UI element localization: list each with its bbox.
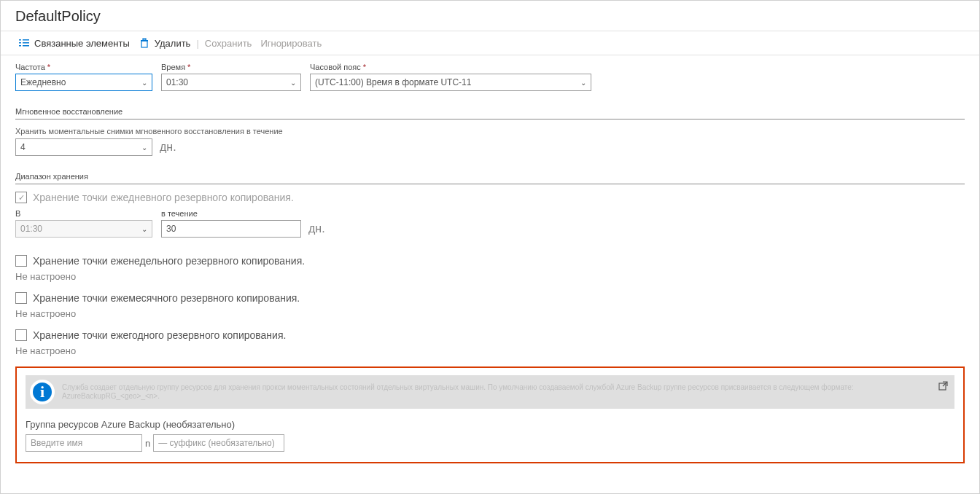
resource-group-suffix-input[interactable]: — суффикс (необязательно) [153, 434, 284, 452]
resource-group-label: Группа ресурсов Azure Backup (необязател… [26, 419, 954, 430]
related-items-button[interactable]: Связанные элементы [15, 36, 133, 50]
svg-rect-3 [23, 42, 29, 44]
info-text: Служба создает отдельную группу ресурсов… [62, 383, 947, 401]
weekly-status: Не настроено [15, 271, 965, 282]
save-label: Сохранить [205, 38, 252, 49]
trash-icon [139, 37, 150, 49]
weekly-retention-checkbox[interactable] [15, 255, 27, 267]
yearly-retention-checkbox-row[interactable]: Хранение точки ежегодного резервного коп… [15, 329, 965, 341]
info-icon: i [30, 380, 55, 404]
save-button[interactable]: Сохранить [202, 36, 255, 50]
chevron-down-icon: ⌄ [141, 225, 147, 233]
delete-button[interactable]: Удалить [136, 36, 194, 50]
yearly-retention-label: Хранение точки ежегодного резервного коп… [33, 329, 286, 341]
daily-retention-label: Хранение точки ежедневного резервного ко… [33, 192, 294, 203]
daily-for-field: в течение 30 дн. [161, 209, 325, 238]
frequency-field: Частота* Ежедневно ⌄ [15, 63, 152, 91]
frequency-label: Частота* [15, 63, 152, 71]
required-star: * [47, 63, 50, 71]
daily-for-label: в течение [161, 209, 325, 218]
yearly-status: Не настроено [15, 345, 965, 356]
time-field: Время* 01:30 ⌄ [161, 63, 301, 91]
time-label: Время* [161, 63, 301, 71]
monthly-retention-checkbox[interactable] [15, 292, 27, 304]
resource-group-row: Введите имя n — суффикс (необязательно) [26, 434, 954, 452]
list-icon [18, 37, 30, 49]
required-star: * [187, 63, 190, 71]
daily-retention-checkbox-row: ✓ Хранение точки ежедневного резервного … [15, 192, 965, 203]
instant-restore-days-row: 4 ⌄ дн. [15, 138, 965, 156]
weekly-retention-label: Хранение точки еженедельного резервного … [33, 255, 305, 267]
ignore-button[interactable]: Игнорировать [257, 36, 324, 50]
content: Частота* Ежедневно ⌄ Время* 01:30 ⌄ Часо… [1, 55, 979, 478]
rg-separator: n [145, 438, 150, 449]
monthly-retention-label: Хранение точки ежемесячного резервного к… [33, 292, 300, 304]
info-bar: i Служба создает отдельную группу ресурс… [26, 375, 954, 409]
divider [15, 184, 965, 184]
instant-restore-retain-label: Хранить моментальные снимки мгновенного … [15, 127, 965, 136]
svg-rect-8 [143, 39, 146, 40]
schedule-row: Частота* Ежедневно ⌄ Время* 01:30 ⌄ Часо… [15, 63, 965, 91]
svg-rect-2 [19, 42, 21, 44]
page-header: DefaultPolicy [1, 1, 979, 31]
instant-restore-section-label: Мгновенное восстановление [15, 107, 965, 119]
timezone-label: Часовой пояс* [310, 63, 591, 71]
daily-retention-fields: В 01:30 ⌄ в течение 30 дн. [15, 209, 965, 238]
daily-retention-checkbox: ✓ [15, 192, 27, 203]
required-star: * [363, 63, 366, 71]
daily-at-select: 01:30 ⌄ [15, 220, 152, 238]
instant-restore-days-select[interactable]: 4 ⌄ [15, 138, 152, 156]
svg-rect-1 [23, 39, 29, 41]
chevron-down-icon: ⌄ [290, 79, 296, 87]
time-select[interactable]: 01:30 ⌄ [161, 74, 301, 91]
related-items-label: Связанные элементы [34, 38, 130, 49]
weekly-retention-checkbox-row[interactable]: Хранение точки еженедельного резервного … [15, 255, 965, 267]
days-unit: дн. [308, 222, 325, 235]
yearly-retention-checkbox[interactable] [15, 329, 27, 341]
delete-label: Удалить [155, 38, 191, 49]
external-link-icon[interactable] [938, 381, 949, 393]
toolbar-divider: | [196, 38, 198, 49]
timezone-select[interactable]: (UTC-11:00) Время в формате UTC-11 ⌄ [310, 74, 591, 91]
chevron-down-icon: ⌄ [141, 144, 147, 152]
toolbar: Связанные элементы Удалить | Сохранить И… [1, 31, 979, 55]
monthly-retention-checkbox-row[interactable]: Хранение точки ежемесячного резервного к… [15, 292, 965, 304]
daily-at-label: В [15, 209, 152, 218]
svg-rect-5 [23, 45, 29, 47]
timezone-field: Часовой пояс* (UTC-11:00) Время в формат… [310, 63, 591, 91]
svg-rect-4 [19, 45, 21, 47]
frequency-select[interactable]: Ежедневно ⌄ [15, 74, 152, 91]
chevron-down-icon: ⌄ [580, 79, 586, 87]
daily-at-field: В 01:30 ⌄ [15, 209, 152, 238]
ignore-label: Игнорировать [260, 38, 322, 49]
divider [15, 119, 965, 119]
svg-rect-0 [19, 39, 21, 41]
days-unit: дн. [160, 141, 176, 154]
resource-group-name-input[interactable]: Введите имя [26, 434, 142, 452]
retention-section-label: Диапазон хранения [15, 172, 965, 184]
resource-group-highlight: i Служба создает отдельную группу ресурс… [15, 366, 965, 463]
monthly-status: Не настроено [15, 308, 965, 319]
daily-for-input[interactable]: 30 [161, 220, 301, 238]
chevron-down-icon: ⌄ [141, 79, 147, 87]
svg-rect-7 [141, 41, 147, 47]
page-title: DefaultPolicy [15, 8, 965, 25]
